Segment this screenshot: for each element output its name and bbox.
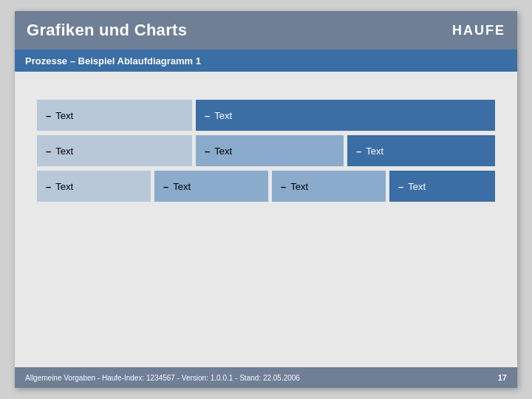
slide-title: Grafiken und Charts <box>27 21 187 40</box>
diagram-row-3: – Text – Text – Text – Text <box>37 171 495 202</box>
dash-r1c2: – <box>205 110 210 121</box>
logo-area: HAUFE <box>452 23 505 38</box>
dash-r3c3: – <box>281 181 286 192</box>
text-r1c2: Text <box>214 110 232 121</box>
diagram-container: – Text – Text – Text – Text <box>37 100 495 202</box>
dash-r3c2: – <box>163 181 168 192</box>
subtitle-bar: Prozesse – Beispiel Ablaufdiagramm 1 <box>15 50 517 72</box>
diagram-row-2: – Text – Text – Text <box>37 135 495 166</box>
diagram-row-1: – Text – Text <box>37 100 495 131</box>
row3-cell3: – Text <box>272 171 386 202</box>
row3-cell1: – Text <box>37 171 151 202</box>
text-r3c1: Text <box>55 181 73 192</box>
text-r2c3: Text <box>366 146 383 157</box>
footer-info: Allgemeine Vorgaben - Haufe-Index: 12345… <box>25 374 300 382</box>
row3-cell2: – Text <box>154 171 268 202</box>
header-bar: Grafiken und Charts HAUFE <box>15 11 517 50</box>
row2-cell2: – Text <box>196 135 344 166</box>
text-r3c3: Text <box>290 181 308 192</box>
subtitle-text: Prozesse – Beispiel Ablaufdiagramm 1 <box>25 55 201 66</box>
text-r2c2: Text <box>214 146 232 157</box>
dash-r2c3: – <box>356 146 361 157</box>
text-r1c1: Text <box>55 110 73 121</box>
row1-cell2: – Text <box>196 100 495 131</box>
logo: HAUFE <box>452 23 505 38</box>
row2-cell1: – Text <box>37 135 192 166</box>
footer: Allgemeine Vorgaben - Haufe-Index: 12345… <box>15 367 517 388</box>
slide: Grafiken und Charts HAUFE Prozesse – Bei… <box>15 11 517 388</box>
content-area: – Text – Text – Text – Text <box>15 72 517 367</box>
dash-r2c2: – <box>205 146 210 157</box>
row3-cell4: – Text <box>389 171 495 202</box>
row1-cell1: – Text <box>37 100 192 131</box>
dash-r3c1: – <box>46 181 51 192</box>
text-r3c4: Text <box>408 181 426 192</box>
dash-r3c4: – <box>398 181 403 192</box>
text-r2c1: Text <box>55 146 73 157</box>
footer-page: 17 <box>498 373 507 382</box>
row2-cell3: – Text <box>347 135 495 166</box>
dash-r2c1: – <box>46 146 51 157</box>
dash-r1c1: – <box>46 110 51 121</box>
text-r3c2: Text <box>173 181 191 192</box>
